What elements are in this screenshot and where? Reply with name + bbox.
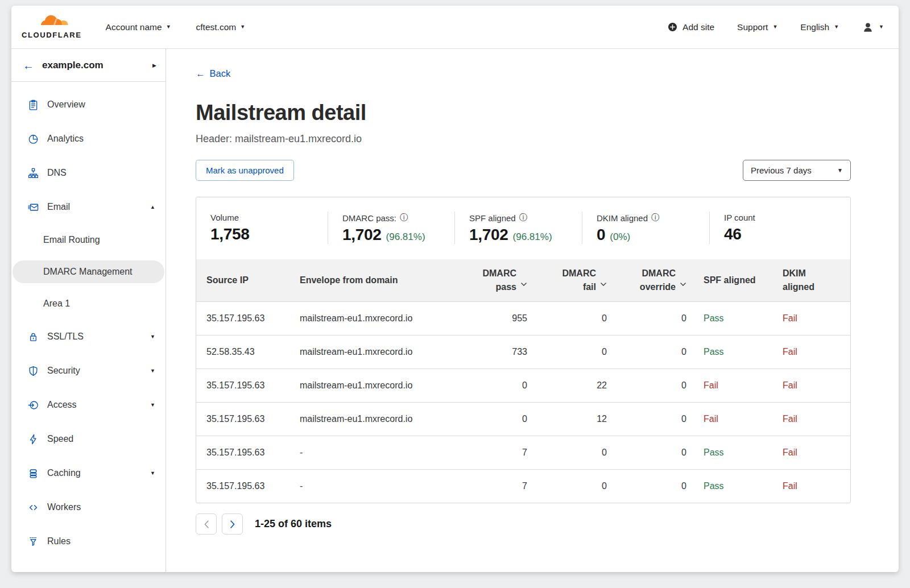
sort-chevron-icon[interactable] (600, 282, 607, 287)
stat-value: 1,702 (469, 226, 508, 244)
source-ip-cell: 35.157.195.63 (196, 403, 300, 436)
sidebar-item-access[interactable]: Access ▼ (11, 388, 166, 422)
dmarc-override-cell: 0 (607, 470, 686, 503)
sidebar-item-ssl-tls[interactable]: SSL/TLS ▼ (11, 320, 166, 354)
dmarc-fail-cell: 0 (527, 436, 607, 470)
source-ip-cell: 35.157.195.63 (196, 302, 300, 336)
chevron-right-icon[interactable]: ▶ (152, 63, 156, 68)
stat-dmarc-pass: DMARC pass:ⓘ 1,702(96.81%) (328, 212, 454, 244)
cloudflare-logo[interactable]: CLOUDFLARE (22, 15, 82, 39)
user-menu[interactable]: ▼ (862, 21, 884, 34)
main-content: ← Back Mailstream detail Header: mailstr… (166, 49, 899, 572)
column-spf-aligned: SPF aligned (686, 259, 769, 302)
mark-as-unapproved-button[interactable]: Mark as unapproved (196, 160, 294, 181)
envelope-cell: mailstream-eu1.mxrecord.io (300, 403, 466, 436)
sidebar-item-dmarc-management[interactable]: DMARC Management (11, 256, 166, 288)
info-icon[interactable]: ⓘ (651, 213, 659, 223)
column-dmarc-pass[interactable]: DMARC pass (466, 259, 527, 302)
table-row: 35.157.195.63 mailstream-eu1.mxrecord.io… (196, 302, 850, 336)
sidebar-item-workers[interactable]: Workers (11, 490, 166, 524)
stat-percent: (96.81%) (386, 231, 425, 243)
date-range-select[interactable]: Previous 7 days ▼ (743, 160, 851, 181)
chevron-down-icon: ▼ (150, 334, 155, 339)
stat-value: 46 (724, 225, 742, 243)
stat-label: Volume (210, 213, 239, 222)
site-menu[interactable]: cftest.com ▼ (196, 22, 246, 32)
sidebar-item-label: Overview (47, 100, 85, 110)
sidebar-item-overview[interactable]: Overview (11, 88, 166, 122)
source-ip-cell: 35.157.195.63 (196, 436, 300, 470)
cache-layers-icon (27, 467, 39, 479)
spf-aligned-cell: Pass (686, 336, 769, 369)
back-link[interactable]: ← Back (196, 68, 230, 79)
dkim-aligned-cell: Fail (769, 403, 850, 436)
support-menu[interactable]: Support ▼ (737, 22, 777, 32)
account-menu[interactable]: Account name ▼ (106, 22, 171, 32)
site-menu-label: cftest.com (196, 22, 237, 32)
dkim-aligned-cell: Fail (769, 470, 850, 503)
sidebar-item-label: DMARC Management (43, 267, 133, 277)
table-row: 35.157.195.63 - 7 0 0 Pass Fail (196, 436, 850, 470)
dmarc-fail-cell: 12 (527, 403, 607, 436)
sidebar-item-area-1[interactable]: Area 1 (11, 288, 166, 320)
dmarc-override-cell: 0 (607, 403, 686, 436)
sort-chevron-icon[interactable] (520, 282, 527, 287)
sidebar-item-label: Area 1 (43, 299, 70, 309)
previous-page-button[interactable] (196, 514, 217, 535)
sidebar-item-analytics[interactable]: Analytics (11, 122, 166, 156)
source-ip-cell: 35.157.195.63 (196, 470, 300, 503)
table-row: 52.58.35.43 mailstream-eu1.mxrecord.io 7… (196, 336, 850, 369)
sidebar-item-label: Analytics (47, 134, 84, 144)
info-icon[interactable]: ⓘ (400, 213, 408, 223)
column-envelope-from-domain: Envelope from domain (300, 259, 466, 302)
envelope-cell: mailstream-eu1.mxrecord.io (300, 302, 466, 336)
stats-bar: Volume 1,758 DMARC pass:ⓘ 1,702(96.81%) … (196, 197, 850, 259)
column-dkim-aligned: DKIM aligned (769, 259, 850, 302)
language-label: English (800, 22, 829, 32)
sidebar-item-caching[interactable]: Caching ▼ (11, 456, 166, 490)
dmarc-pass-cell: 0 (466, 403, 527, 436)
source-ip-cell: 35.157.195.63 (196, 369, 300, 403)
column-label: DMARC override (630, 267, 676, 294)
column-dmarc-fail[interactable]: DMARC fail (527, 259, 607, 302)
stat-label: DKIM aligned (597, 213, 648, 223)
chevron-down-icon: ▼ (150, 402, 155, 408)
chevron-down-icon: ▼ (240, 24, 245, 30)
sidebar-item-label: Caching (47, 468, 81, 478)
page-title: Mailstream detail (196, 101, 851, 125)
sidebar-item-label: Email Routing (43, 235, 100, 245)
dmarc-override-cell: 0 (607, 336, 686, 369)
shield-icon (27, 365, 39, 377)
access-arrow-icon (27, 399, 39, 411)
column-dmarc-override[interactable]: DMARC override (607, 259, 686, 302)
back-link-label: Back (210, 68, 231, 79)
dmarc-pass-cell: 955 (466, 302, 527, 336)
sidebar-item-speed[interactable]: Speed (11, 422, 166, 456)
sidebar-site-header[interactable]: ← example.com ▶ (11, 49, 166, 82)
table-body: 35.157.195.63 mailstream-eu1.mxrecord.io… (196, 302, 850, 503)
dmarc-pass-cell: 0 (466, 369, 527, 403)
cloudflare-cloud-icon (35, 15, 68, 30)
back-arrow-icon: ← (196, 68, 205, 79)
chevron-down-icon: ▼ (772, 24, 777, 30)
sidebar-item-email[interactable]: Email ▲ (11, 190, 166, 224)
info-icon[interactable]: ⓘ (519, 213, 527, 223)
sort-chevron-icon[interactable] (680, 282, 686, 287)
sidebar-item-dns[interactable]: DNS (11, 156, 166, 190)
sidebar-item-label: Speed (47, 434, 73, 444)
sidebar-item-label: DNS (47, 168, 67, 178)
sidebar-item-rules[interactable]: Rules (11, 524, 166, 558)
add-site-button[interactable]: Add site (667, 22, 714, 32)
language-menu[interactable]: English ▼ (800, 22, 839, 32)
sidebar-item-email-routing[interactable]: Email Routing (11, 224, 166, 256)
back-arrow-icon[interactable]: ← (23, 60, 34, 71)
next-page-button[interactable] (222, 514, 243, 535)
dmarc-pass-cell: 7 (466, 470, 527, 503)
dkim-aligned-cell: Fail (769, 369, 850, 403)
stat-volume: Volume 1,758 (196, 212, 328, 244)
sidebar-item-security[interactable]: Security ▼ (11, 354, 166, 388)
spf-aligned-cell: Fail (686, 369, 769, 403)
stat-value: 0 (597, 226, 605, 244)
table-row: 35.157.195.63 - 7 0 0 Pass Fail (196, 470, 850, 503)
stat-value: 1,758 (210, 225, 250, 243)
